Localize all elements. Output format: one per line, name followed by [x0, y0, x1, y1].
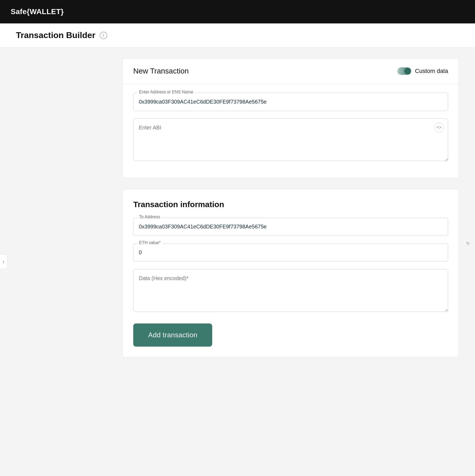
eth-value-input-group: ETH value*: [133, 243, 448, 262]
new-transaction-title: New Transaction: [133, 67, 189, 75]
address-input-group: Enter Address or ENS Name: [133, 93, 448, 111]
add-transaction-button[interactable]: Add transaction: [133, 323, 212, 347]
new-transaction-card: New Transaction Custom data Enter Addres…: [122, 58, 459, 178]
page-title-bar: Transaction Builder i: [0, 23, 475, 47]
eth-value-input[interactable]: [133, 243, 448, 262]
to-address-label: To Address: [138, 215, 162, 219]
transaction-information-card: Transaction information To Address ETH v…: [122, 189, 459, 358]
scroll-indicator: ∧: [466, 240, 471, 247]
header-bar: Safe{WALLET}: [0, 0, 475, 23]
main-layout: › New Transaction Custom data Ent: [0, 47, 475, 476]
data-input-group: [133, 269, 448, 313]
sidebar-toggle-button[interactable]: ›: [0, 254, 7, 269]
content-area: New Transaction Custom data Enter Addres…: [106, 47, 475, 476]
info-icon[interactable]: i: [100, 32, 107, 39]
left-sidebar: ›: [0, 47, 106, 476]
abi-code-icon[interactable]: <>: [434, 123, 444, 132]
address-label: Enter Address or ENS Name: [138, 90, 195, 95]
custom-data-toggle[interactable]: [397, 67, 411, 75]
data-textarea[interactable]: [133, 269, 448, 312]
abi-textarea[interactable]: [133, 118, 448, 161]
to-address-input-group: To Address: [133, 218, 448, 236]
custom-data-label: Custom data: [415, 68, 448, 75]
transaction-info-title: Transaction information: [133, 200, 448, 209]
page-title: Transaction Builder: [16, 30, 95, 40]
abi-input-group: <>: [133, 118, 448, 162]
new-transaction-form: Enter Address or ENS Name <>: [123, 84, 459, 178]
app-title: Safe{WALLET}: [11, 7, 64, 16]
custom-data-toggle-group: Custom data: [397, 67, 448, 75]
eth-value-label: ETH value*: [138, 240, 162, 245]
new-transaction-header: New Transaction Custom data: [123, 58, 459, 84]
address-input[interactable]: [133, 93, 448, 111]
to-address-input[interactable]: [133, 218, 448, 236]
transaction-info-section: Transaction information To Address ETH v…: [123, 189, 459, 347]
